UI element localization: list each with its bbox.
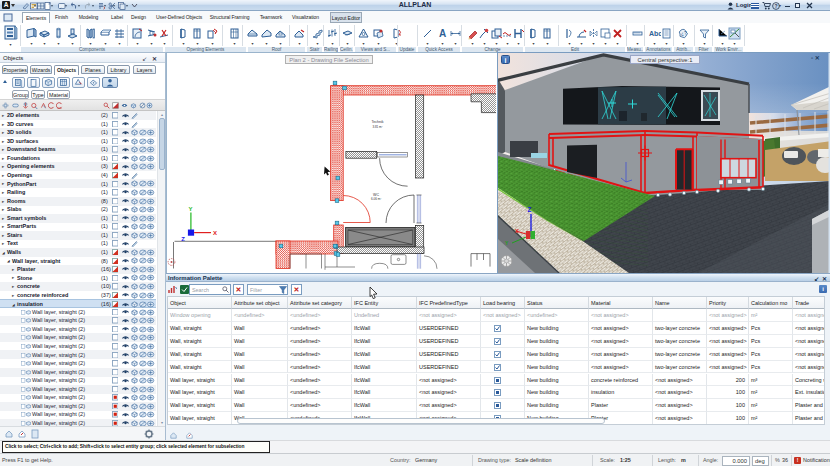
svg-text:¿?: ¿? <box>681 30 687 36</box>
svg-text:Technik: Technik <box>371 120 383 124</box>
svg-text:Z: Z <box>181 236 185 242</box>
svg-text:Y: Y <box>189 206 193 212</box>
svg-text:A: A <box>439 28 446 39</box>
svg-text:Z: Z <box>528 206 532 213</box>
svg-text:?: ? <box>775 3 778 9</box>
svg-text:X: X <box>515 228 519 234</box>
svg-text:WC: WC <box>373 193 379 197</box>
svg-text:X: X <box>213 230 217 236</box>
svg-text:3.81 m²: 3.81 m² <box>372 125 382 129</box>
svg-text:6.06 m²: 6.06 m² <box>371 197 381 201</box>
